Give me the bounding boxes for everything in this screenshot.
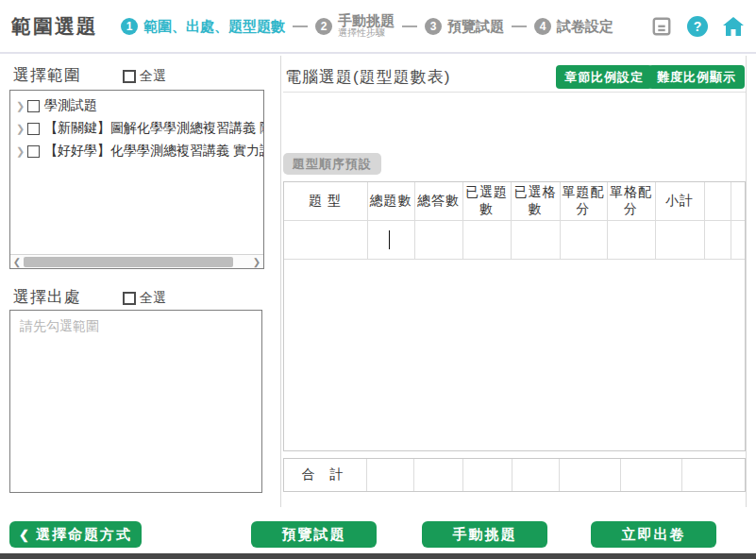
step-1-range[interactable]: 1 範圍、出處、題型題數 bbox=[121, 18, 285, 35]
top-header: 範圍選題 1 範圍、出處、題型題數 2 手動挑題 選擇性步驟 3 預覽試題 4 bbox=[0, 0, 756, 54]
header-empty bbox=[704, 182, 731, 220]
table-header-row: 題 型 總題數 總答數 已選題數 已選格數 單題配分 單格配分 小計 bbox=[284, 182, 745, 220]
total-cell bbox=[512, 459, 560, 491]
header-total-questions: 總題數 bbox=[367, 182, 414, 220]
header-subtotal: 小計 bbox=[655, 182, 704, 220]
difficulty-ratio-button[interactable]: 難度比例顯示 bbox=[648, 65, 745, 89]
tree-item-label[interactable]: 學測試題 bbox=[44, 97, 97, 114]
tree-item[interactable]: ❯ 【新關鍵】圖解化學學測總複習講義 隨堂 bbox=[16, 117, 263, 140]
scroll-left-icon[interactable]: ❮ bbox=[10, 257, 24, 267]
scrollbar-thumb[interactable] bbox=[24, 257, 233, 267]
cell-empty[interactable] bbox=[704, 220, 731, 259]
total-cell bbox=[414, 459, 463, 491]
header-selected-questions: 已選題數 bbox=[462, 182, 511, 220]
chevron-left-icon: ❮ bbox=[19, 528, 31, 542]
generate-exam-button[interactable]: 立即出卷 bbox=[591, 521, 716, 548]
panel-divider bbox=[280, 56, 281, 507]
total-cell bbox=[367, 459, 414, 491]
range-select-all-checkbox[interactable] bbox=[123, 70, 136, 83]
range-select-all-label: 全選 bbox=[140, 68, 166, 85]
header-empty bbox=[731, 182, 745, 220]
cell-empty[interactable] bbox=[731, 220, 745, 259]
step-1-badge: 1 bbox=[121, 18, 138, 35]
cell-points-per-question[interactable] bbox=[560, 220, 607, 259]
header-points-per-blank: 單格配分 bbox=[607, 182, 655, 220]
source-placeholder-text: 請先勾選範圍 bbox=[20, 318, 252, 335]
right-edge-border bbox=[746, 56, 747, 507]
page-title: 範圍選題 bbox=[11, 13, 98, 40]
source-list-box: 請先勾選範圍 bbox=[9, 310, 262, 493]
horizontal-scrollbar[interactable]: ❮ ❯ bbox=[10, 254, 263, 268]
range-tree-box: ❯ 學測試題 ❯ 【新關鍵】圖解化學學測總複習講義 隨堂 ❯ 【好好學】化學學測… bbox=[9, 90, 264, 269]
tree-item[interactable]: ❯ 學測試題 bbox=[16, 94, 263, 117]
tree-item-checkbox[interactable] bbox=[27, 100, 40, 112]
chevron-right-icon[interactable]: ❯ bbox=[16, 145, 27, 158]
header-total-answers: 總答數 bbox=[414, 182, 462, 220]
range-section-title: 選擇範圍 bbox=[13, 64, 81, 86]
step-3-preview[interactable]: 3 預覽試題 bbox=[425, 18, 504, 35]
step-3-label: 預覽試題 bbox=[447, 19, 504, 34]
step-4-label: 試卷設定 bbox=[557, 19, 613, 34]
step-dash bbox=[402, 25, 417, 27]
back-button-label: 選擇命題方式 bbox=[36, 526, 132, 544]
source-select-all-checkbox[interactable] bbox=[123, 292, 136, 305]
scroll-right-icon[interactable]: ❯ bbox=[250, 257, 263, 267]
step-dash bbox=[293, 25, 308, 27]
header-selected-blanks: 已選格數 bbox=[511, 182, 560, 220]
bottom-cutoff-strip bbox=[0, 553, 756, 559]
header-question-type: 題 型 bbox=[284, 182, 367, 220]
back-to-method-button[interactable]: ❮ 選擇命題方式 bbox=[9, 521, 142, 548]
cell-selected-blanks[interactable] bbox=[511, 220, 560, 259]
total-cell bbox=[682, 459, 745, 491]
total-cell bbox=[463, 459, 512, 491]
total-label-cell: 合 計 bbox=[284, 459, 367, 491]
tree-item-checkbox[interactable] bbox=[27, 123, 40, 135]
chevron-right-icon[interactable]: ❯ bbox=[16, 100, 27, 112]
total-row: 合 計 bbox=[283, 458, 746, 492]
step-2-badge: 2 bbox=[315, 18, 332, 35]
cell-question-type[interactable] bbox=[284, 220, 367, 259]
wizard-stepper: 1 範圍、出處、題型題數 2 手動挑題 選擇性步驟 3 預覽試題 4 試卷設定 bbox=[121, 13, 613, 38]
section-divider bbox=[283, 92, 746, 93]
cell-points-per-blank[interactable] bbox=[607, 220, 655, 259]
question-order-preset-tab[interactable]: 題型順序預設 bbox=[283, 153, 381, 175]
cell-subtotal[interactable] bbox=[655, 220, 704, 259]
total-cell bbox=[560, 459, 621, 491]
preview-questions-button[interactable]: 預覽試題 bbox=[251, 521, 377, 548]
step-dash bbox=[512, 25, 527, 27]
step-3-badge: 3 bbox=[425, 18, 442, 35]
step-4-settings[interactable]: 4 試卷設定 bbox=[534, 18, 613, 35]
manual-pick-button[interactable]: 手動挑題 bbox=[422, 521, 547, 548]
save-icon[interactable] bbox=[650, 15, 673, 38]
tree-item-label[interactable]: 【新關鍵】圖解化學學測總複習講義 隨堂 bbox=[44, 120, 264, 137]
table-data-row bbox=[284, 220, 745, 259]
range-select-all[interactable]: 全選 bbox=[123, 68, 166, 85]
question-type-table: 題 型 總題數 總答數 已選題數 已選格數 單題配分 單格配分 小計 bbox=[283, 181, 746, 451]
step-4-badge: 4 bbox=[534, 18, 551, 35]
chevron-right-icon[interactable]: ❯ bbox=[16, 123, 27, 135]
tree-item-label[interactable]: 【好好學】化學學測總複習講義 實力評量 bbox=[44, 143, 264, 160]
chapter-ratio-button[interactable]: 章節比例設定 bbox=[556, 65, 652, 89]
scrollbar-track[interactable] bbox=[24, 257, 250, 267]
computer-select-title: 電腦選題(題型題數表) bbox=[285, 66, 450, 88]
total-cell bbox=[621, 459, 682, 491]
text-caret bbox=[389, 230, 391, 249]
header-points-per-question: 單題配分 bbox=[560, 182, 607, 220]
source-section-title: 選擇出處 bbox=[13, 286, 81, 308]
step-2-manual[interactable]: 2 手動挑題 選擇性步驟 bbox=[315, 13, 395, 38]
cell-selected-questions[interactable] bbox=[462, 220, 511, 259]
tree-item[interactable]: ❯ 【好好學】化學學測總複習講義 實力評量 bbox=[16, 140, 263, 162]
cell-total-answers[interactable] bbox=[414, 220, 462, 259]
source-select-all-label: 全選 bbox=[140, 290, 166, 307]
step-1-label: 範圍、出處、題型題數 bbox=[143, 19, 285, 34]
home-icon[interactable] bbox=[722, 15, 745, 38]
tree-item-checkbox[interactable] bbox=[27, 145, 40, 158]
help-icon[interactable]: ? bbox=[686, 15, 709, 38]
source-select-all[interactable]: 全選 bbox=[123, 290, 166, 307]
cell-total-questions[interactable] bbox=[367, 220, 414, 259]
step-2-sublabel: 選擇性步驟 bbox=[338, 28, 395, 39]
step-2-label: 手動挑題 bbox=[338, 13, 395, 28]
